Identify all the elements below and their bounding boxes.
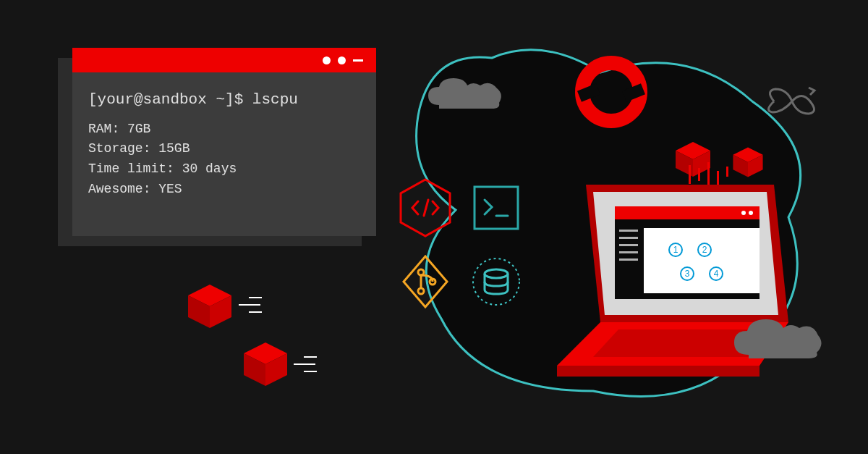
svg-rect-32 <box>644 228 760 293</box>
step-badge: 3 <box>680 266 694 281</box>
cube-icon <box>184 281 235 332</box>
terminal-prompt-line: [your@sandbox ~]$ lscpu <box>88 88 360 112</box>
terminal-prompt: [your@sandbox ~]$ <box>88 91 243 108</box>
svg-point-29 <box>741 211 746 215</box>
code-hex-icon <box>399 178 451 237</box>
svg-rect-4 <box>475 187 518 229</box>
terminal-titlebar <box>72 48 376 72</box>
motion-lines <box>249 297 262 313</box>
svg-marker-26 <box>557 366 760 377</box>
terminal-output-line: Storage: 15GB <box>88 139 360 159</box>
cube-icon <box>240 339 291 390</box>
step-badge: 2 <box>697 243 712 257</box>
cube-icon <box>731 145 765 180</box>
infinity-loop-icon <box>760 83 825 119</box>
motion-lines <box>304 356 317 372</box>
openshift-ring-icon <box>571 52 651 132</box>
step-badge: 4 <box>709 266 723 281</box>
step-badge: 1 <box>668 243 683 257</box>
svg-rect-35 <box>619 244 638 246</box>
database-icon <box>470 252 522 311</box>
svg-rect-28 <box>615 206 760 219</box>
terminal-output-line: Awesome: YES <box>88 180 360 200</box>
svg-point-7 <box>418 288 424 294</box>
svg-rect-36 <box>619 251 638 253</box>
window-control-dot <box>323 56 331 64</box>
svg-point-10 <box>485 269 508 278</box>
git-branch-hex-icon <box>399 252 451 311</box>
terminal-hex-icon <box>470 178 522 237</box>
cloud-icon <box>727 315 828 366</box>
window-control-dot <box>338 56 346 64</box>
terminal-output-line: Time limit: 30 days <box>88 159 360 180</box>
terminal-command: lscpu <box>252 91 298 108</box>
svg-rect-37 <box>619 258 638 261</box>
svg-rect-34 <box>619 237 638 239</box>
window-control-dash <box>353 59 363 62</box>
terminal-window: [your@sandbox ~]$ lscpu RAM: 7GB Storage… <box>72 48 376 236</box>
svg-marker-5 <box>404 256 447 307</box>
cloud-icon <box>421 72 508 116</box>
svg-point-9 <box>473 258 519 305</box>
terminal-output-line: RAM: 7GB <box>88 119 360 140</box>
svg-rect-33 <box>619 230 638 232</box>
svg-point-30 <box>749 211 753 215</box>
terminal-body: [your@sandbox ~]$ lscpu RAM: 7GB Storage… <box>72 72 376 216</box>
